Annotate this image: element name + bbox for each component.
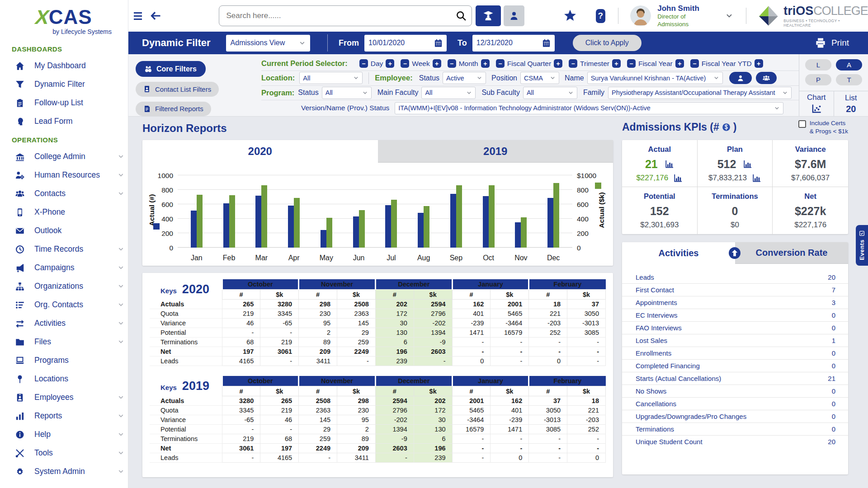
toggle-p-button[interactable]: P [805,74,831,85]
employee-name-select[interactable]: Surya Varukunnel Krishnan - TA(Active) [587,72,723,84]
period-month-plus-button[interactable]: + [481,59,490,68]
period-fiscal-quarter-plus-button[interactable]: + [554,59,562,68]
toggle-l-button[interactable]: L [805,59,831,70]
tab-2019[interactable]: 2019 [378,140,613,163]
activity-row-lost-sales[interactable]: Lost Sales1 [622,334,848,347]
period-fiscal-year-plus-button[interactable]: + [675,59,684,68]
activity-row-terminations[interactable]: Terminations0 [622,423,848,436]
sidebar-item-human-resources[interactable]: Human Resources [0,166,128,184]
sidebar-item-tools[interactable]: Tools [0,444,128,462]
activity-row-fao-interviews[interactable]: FAO Interviews0 [622,322,848,334]
list-view-button[interactable]: List 20 [834,91,868,116]
tab-2020[interactable]: 2020 [142,140,378,163]
main-faculty-select[interactable]: All [421,87,476,99]
sidebar-item-organizations[interactable]: Organizations [0,277,128,296]
student-search-button[interactable] [476,5,501,26]
period-fiscal-year-ytd-plus-button[interactable]: + [755,59,763,68]
version-select[interactable]: ITA(WMM)+I[EV]v08 - Information Technolo… [395,102,783,114]
family-select[interactable]: Physiotherapy Assistant/Occupational The… [608,87,792,99]
activity-row-first-contact[interactable]: First Contact7 [622,284,848,296]
activity-row-leads[interactable]: Leads20 [622,271,848,284]
activity-row-no-shows[interactable]: No Shows0 [622,385,848,398]
bar-actual-k-apr [294,198,300,248]
toggle-a-button[interactable]: A [836,59,862,70]
position-select[interactable]: CSMA [520,72,559,84]
print-button[interactable]: Print [815,38,849,48]
toggle-t-button[interactable]: T [836,74,862,85]
activity-row-appointments[interactable]: Appointments3 [622,296,848,309]
contact-list-filters-button[interactable]: Contact List Filters [136,82,219,96]
activity-row-ec-interviews[interactable]: EC Interviews0 [622,309,848,322]
user-info[interactable]: John Smith Director of Admissions [657,4,700,28]
sidebar-item-reports[interactable]: Reports [0,407,128,425]
period-fiscal-year-minus-button[interactable]: − [627,59,636,68]
view-select[interactable]: Admissions View [226,35,310,52]
search-input[interactable] [219,5,472,26]
filtered-reports-button[interactable]: Filtered Reports [136,102,211,116]
sidebar-item-label: Dynamic Filter [34,80,85,89]
subcol-header: $k [567,290,606,300]
avatar[interactable] [630,5,651,26]
back-arrow-icon[interactable] [150,10,161,21]
to-date-input[interactable] [476,39,531,47]
calendar-icon[interactable] [434,39,443,47]
sidebar-item-my-dashboard[interactable]: My Dashboard [0,56,128,75]
sidebar-item-outlook[interactable]: Outlook [0,221,128,240]
sidebar-item-contacts[interactable]: Contacts [0,184,128,203]
calendar-icon[interactable] [542,39,551,47]
period-month-minus-button[interactable]: − [448,59,456,68]
employee-status-select[interactable]: Active [443,72,486,84]
sidebar-item-campaigns[interactable]: Campaigns [0,258,128,277]
core-filters-button[interactable]: Core Filters [136,61,206,77]
period-fiscal-year-ytd-minus-button[interactable]: − [690,59,699,68]
search-icon[interactable] [456,10,467,21]
program-status-select[interactable]: All [322,87,372,99]
sidebar-item-lead-form[interactable]: Lead Form [0,112,128,131]
period-trimester-plus-button[interactable]: + [612,59,621,68]
chart-view-button[interactable]: Chart [799,91,834,116]
from-date-input[interactable] [368,39,423,47]
sidebar-item-follow-up-list[interactable]: Follow-up List [0,94,128,112]
sidebar-item-activities[interactable]: Activities [0,314,128,333]
period-week-minus-button[interactable]: − [401,59,409,68]
period-day-plus-button[interactable]: + [386,59,394,68]
bar-actual-jun [353,216,359,248]
menu-hamburger-icon[interactable] [134,12,142,20]
tab-conversion-rate[interactable]: Conversion Rate [735,242,848,264]
user-menu-chevron-icon[interactable] [725,12,733,20]
period-day-minus-button[interactable]: − [359,59,368,68]
sidebar-item-locations[interactable]: Locations [0,370,128,388]
sidebar-item-programs[interactable]: Programs [0,351,128,370]
sidebar-item-org-contacts[interactable]: Org. Contacts [0,296,128,314]
sidebar-item-system-admin[interactable]: System Admin [0,462,128,481]
sidebar-item-files[interactable]: Files [0,333,128,351]
activity-row-enrollments[interactable]: Enrollments0 [622,347,848,360]
apply-button[interactable]: Click to Apply [573,35,642,51]
include-certs-checkbox[interactable] [798,120,806,128]
period-trimester-minus-button[interactable]: − [569,59,577,68]
sidebar-item-dynamic-filter[interactable]: Dynamic Filter [0,75,128,94]
up-arrow-circle-icon[interactable] [728,247,741,259]
activity-row-completed-financing[interactable]: Completed Financing0 [622,360,848,372]
single-employee-button[interactable] [729,72,752,84]
tab-activities[interactable]: Activities [622,242,735,264]
all-employees-button[interactable] [756,72,777,84]
contact-search-button[interactable] [504,5,524,26]
activity-row-cancellations[interactable]: Cancellations0 [622,398,848,410]
activity-row-starts-actual-cancellations[interactable]: Starts (Actual Cancellations)21 [622,372,848,385]
include-certs-checkbox-group[interactable]: Include Certs & Progs < $1k [798,119,848,135]
sidebar-item-time-records[interactable]: Time Records [0,240,128,258]
sidebar-item-employees[interactable]: Employees [0,388,128,407]
activity-row-upgrades-downgrades-pro-changes[interactable]: Upgrades/Downgrades/Pro Changes0 [622,410,848,423]
location-select[interactable]: All [299,72,363,84]
sidebar-item-x-phone[interactable]: X-Phone [0,203,128,221]
sidebar-item-college-admin[interactable]: College Admin [0,147,128,166]
period-week-plus-button[interactable]: + [433,59,441,68]
events-side-tab[interactable]: Events [856,225,868,266]
sub-faculty-select[interactable]: All [523,87,577,99]
favorites-star-icon[interactable] [563,9,577,23]
activity-row-unique-student-count[interactable]: Unique Student Count20 [622,436,848,448]
sidebar-item-help[interactable]: Help [0,425,128,444]
help-button[interactable]: ? [596,9,606,23]
period-fiscal-quarter-minus-button[interactable]: − [496,59,505,68]
